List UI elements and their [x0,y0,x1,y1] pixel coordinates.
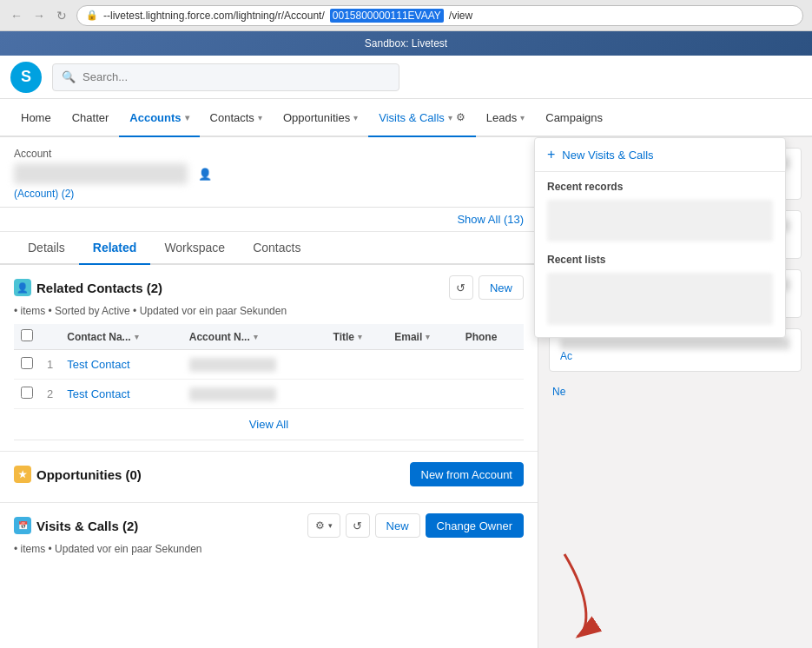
related-contacts-actions: ↺ New [449,275,524,300]
account-label: Account [14,148,524,160]
col-title[interactable]: Title ▾ [327,324,388,350]
contacts-new-button[interactable]: New [479,275,524,300]
nav-chatter-label: Chatter [72,111,109,124]
browser-chrome: ← → ↻ 🔒 --livetest.lightning.force.com/l… [0,0,812,31]
col-num [40,324,60,350]
col-contact-name[interactable]: Contact Na... ▾ [60,324,182,350]
nav-opportunities[interactable]: Opportunities ▾ [273,99,368,137]
sidebar-blur-4 [560,338,790,350]
row1-email [387,350,458,380]
opportunities-header: ★ Opportunities (0) New from Account [14,462,524,486]
visits-new-button[interactable]: New [375,513,420,538]
nav-leads[interactable]: Leads ▾ [476,99,535,137]
account-sub-label[interactable]: (Account) (2) [14,188,524,200]
new-from-account-button[interactable]: New from Account [410,462,525,486]
col-account-name[interactable]: Account N... ▾ [182,324,327,350]
show-all-link[interactable]: Show All (13) [0,208,538,232]
visits-calls-dropdown: + New Visits & Calls Recent records Rece… [534,137,786,338]
opportunities-icon: ★ [14,466,31,483]
search-input[interactable] [83,70,390,83]
view-all-link[interactable]: View All [14,409,524,440]
related-contacts-header: 👤 Related Contacts (2) ↺ New [14,275,524,300]
account-name-blurred [14,163,188,184]
sort-icon-title: ▾ [358,333,362,341]
nav-opportunities-chevron: ▾ [353,113,358,122]
row2-phone [459,380,524,409]
gear-chevron: ▾ [328,521,333,530]
visits-refresh-button[interactable]: ↺ [346,513,370,538]
sort-icon-contact: ▾ [135,333,139,341]
visits-calls-section: 📅 Visits & Calls (2) ⚙ ▾ ↺ New Change Ow… [0,502,538,572]
row2-title [327,380,388,409]
sidebar-bottom-link[interactable]: Ne [549,382,802,401]
nav-visits-calls-label: Visits & Calls [379,111,445,124]
back-button[interactable]: ← [9,8,24,23]
row1-contact-name[interactable]: Test Contact [60,350,182,380]
tab-contacts[interactable]: Contacts [239,232,314,265]
left-panel: Account 👤 (Account) (2) Show All (13) De… [0,137,538,648]
sidebar-link-ac[interactable]: Ac [560,350,790,362]
contacts-refresh-button[interactable]: ↺ [449,275,473,300]
nav-campaigns[interactable]: Campaigns [535,99,613,137]
change-owner-button[interactable]: Change Owner [426,513,524,538]
nav-opportunities-label: Opportunities [283,111,350,124]
reload-button[interactable]: ↻ [54,8,69,23]
row2-account-name [182,380,327,409]
tab-details[interactable]: Details [14,232,79,265]
url-prefix: --livetest.lightning.force.com/lightning… [103,10,325,22]
lock-icon: 🔒 [86,10,98,21]
row2-checkbox-cell [14,380,40,409]
select-all-checkbox[interactable] [21,329,33,341]
row1-checkbox-cell [14,350,40,380]
row2-num: 2 [40,380,60,409]
nav-contacts-chevron: ▾ [258,113,262,122]
row1-num: 1 [40,350,60,380]
nav-visits-calls[interactable]: Visits & Calls ▾ ⚙ [368,99,476,137]
new-visits-calls-item[interactable]: + New Visits & Calls [535,138,785,172]
sort-icon-account: ▾ [254,333,258,341]
row2-contact-name[interactable]: Test Contact [60,380,182,409]
visits-meta: • items • Updated vor ein paar Sekunden [14,543,524,555]
nav-contacts[interactable]: Contacts ▾ [200,99,273,137]
nav-chatter[interactable]: Chatter [62,99,120,137]
search-icon: 🔍 [62,70,76,83]
col-checkbox [14,324,40,350]
account-header: Account 👤 (Account) (2) [0,137,538,208]
row2-checkbox[interactable] [21,387,33,399]
nav-leads-chevron: ▾ [520,113,525,122]
visits-gear-button[interactable]: ⚙ ▾ [307,513,340,538]
main-content: Account 👤 (Account) (2) Show All (13) De… [0,137,812,648]
opportunities-title: ★ Opportunities (0) [14,466,142,483]
sort-icon-email: ▾ [426,333,430,341]
search-bar[interactable]: 🔍 [52,63,399,91]
url-bar[interactable]: 🔒 --livetest.lightning.force.com/lightni… [76,5,803,26]
recent-lists-title: Recent lists [535,245,785,269]
recent-records-blur [547,200,773,241]
nav-leads-label: Leads [486,111,517,124]
related-contacts-title: 👤 Related Contacts (2) [14,279,162,296]
recent-records-title: Recent records [535,172,785,196]
visits-icon: 📅 [14,517,31,534]
visits-refresh-icon: ↺ [353,519,362,532]
tab-workspace[interactable]: Workspace [150,232,239,265]
row1-checkbox[interactable] [21,357,33,369]
visits-calls-actions: ⚙ ▾ ↺ New Change Owner [307,513,524,538]
record-tabs: Details Related Workspace Contacts [0,232,538,265]
row1-contact-link[interactable]: Test Contact [67,358,129,371]
recent-lists-blur [547,273,773,325]
logo-letter: S [21,68,31,86]
forward-button[interactable]: → [31,8,47,23]
tab-related[interactable]: Related [79,232,151,265]
visits-icon-symbol: 📅 [18,521,28,530]
table-row: 1 Test Contact [14,350,524,380]
nav-home[interactable]: Home [10,99,62,137]
col-email[interactable]: Email ▾ [387,324,458,350]
row1-account-name [182,350,327,380]
opportunities-actions: New from Account [410,462,525,486]
nav-accounts-label: Accounts [129,111,181,124]
row2-account-blur [189,387,276,401]
row2-contact-link[interactable]: Test Contact [67,387,129,400]
nav-accounts[interactable]: Accounts ▾ [119,99,199,137]
related-contacts-section: 👤 Related Contacts (2) ↺ New • items • S… [0,265,538,451]
account-icon-btn[interactable]: 👤 [195,163,215,184]
